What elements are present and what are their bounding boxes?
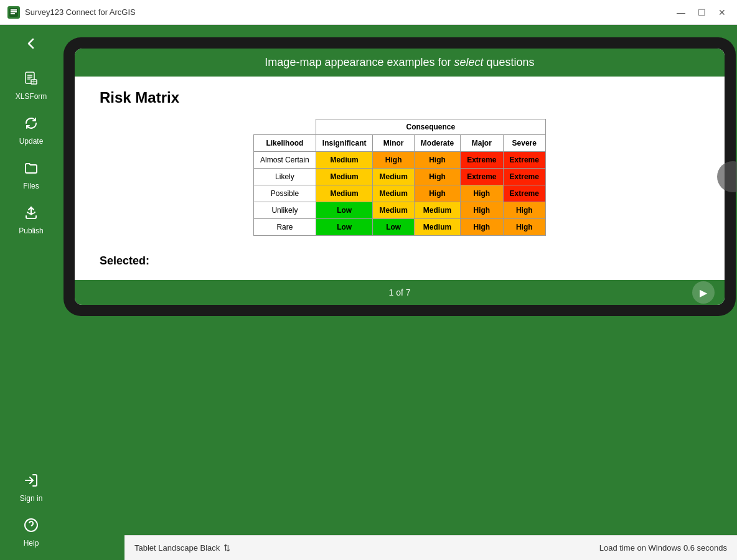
matrix-cell-3-1[interactable]: Medium (373, 202, 414, 219)
sidebar: XLSForm Update Files Publish Sign (0, 25, 62, 560)
matrix-cell-0-2[interactable]: High (414, 152, 460, 169)
next-button[interactable]: ▶ (692, 281, 715, 304)
risk-matrix-table[interactable]: Consequence Likelihood Insignificant Min… (253, 119, 546, 236)
page-title: Risk Matrix (100, 89, 700, 106)
matrix-cell-3-4[interactable]: High (503, 202, 545, 219)
consequence-header: Consequence (316, 119, 545, 135)
col-header-2: Moderate (414, 135, 460, 152)
row-label-0: Almost Certain (254, 152, 316, 169)
matrix-cell-0-1[interactable]: High (373, 152, 414, 169)
matrix-cell-4-4[interactable]: High (503, 219, 545, 236)
matrix-cell-2-2[interactable]: High (414, 185, 460, 202)
tablet-screen: Image-map appearance examples for select… (75, 49, 725, 305)
matrix-cell-1-0[interactable]: Medium (316, 169, 373, 185)
window-controls[interactable]: — ☐ ✕ (673, 6, 730, 19)
device-selector[interactable]: Tablet Landscape Black ⇅ (134, 543, 230, 553)
likelihood-label: Likelihood (254, 135, 316, 152)
matrix-cell-0-4[interactable]: Extreme (503, 152, 545, 169)
minimize-button[interactable]: — (673, 6, 689, 19)
col-header-0: Insignificant (316, 135, 373, 152)
matrix-cell-3-3[interactable]: High (461, 202, 503, 219)
signin-icon (24, 473, 39, 492)
matrix-cell-0-0[interactable]: Medium (316, 152, 373, 169)
help-icon (24, 518, 39, 536)
app-title: Survey123 Connect for ArcGIS (25, 7, 136, 17)
sidebar-item-publish[interactable]: Publish (3, 199, 59, 241)
matrix-cell-4-3[interactable]: High (461, 219, 503, 236)
col-header-4: Severe (503, 135, 545, 152)
matrix-wrapper: Consequence Likelihood Insignificant Min… (100, 119, 700, 236)
matrix-cell-3-2[interactable]: Medium (414, 202, 460, 219)
row-label-1: Likely (254, 169, 316, 185)
matrix-row: LikelyMediumMediumHighExtremeExtreme (254, 169, 546, 185)
row-label-2: Possible (254, 185, 316, 202)
page-indicator: 1 of 7 (388, 287, 410, 297)
next-icon: ▶ (700, 287, 707, 299)
update-icon (24, 116, 39, 134)
row-label-3: Unlikely (254, 202, 316, 219)
sidebar-item-signin[interactable]: Sign in (3, 467, 59, 509)
sidebar-item-help-label: Help (24, 539, 39, 548)
matrix-cell-4-2[interactable]: Medium (414, 219, 460, 236)
matrix-cell-3-0[interactable]: Low (316, 202, 373, 219)
col-header-1: Minor (373, 135, 414, 152)
matrix-cell-1-1[interactable]: Medium (373, 169, 414, 185)
matrix-cell-4-0[interactable]: Low (316, 219, 373, 236)
matrix-cell-2-4[interactable]: Extreme (503, 185, 545, 202)
selected-label: Selected: (100, 254, 700, 268)
sidebar-item-signin-label: Sign in (20, 494, 43, 503)
matrix-cell-1-4[interactable]: Extreme (503, 169, 545, 185)
close-button[interactable]: ✕ (715, 6, 730, 19)
load-time: Load time on Windows 0.6 seconds (599, 543, 727, 553)
maximize-button[interactable]: ☐ (694, 6, 710, 19)
sidebar-item-help[interactable]: Help (3, 511, 59, 554)
tablet-body: Risk Matrix Consequence Likelihood (75, 77, 725, 280)
status-bar: Tablet Landscape Black ⇅ Load time on Wi… (124, 535, 737, 560)
app-icon (7, 6, 20, 19)
sidebar-item-update-label: Update (19, 137, 44, 146)
xlsform-icon (24, 71, 39, 90)
sidebar-item-files[interactable]: Files (3, 154, 59, 197)
matrix-row: PossibleMediumMediumHighHighExtreme (254, 185, 546, 202)
sidebar-item-update[interactable]: Update (3, 110, 59, 152)
titlebar: Survey123 Connect for ArcGIS — ☐ ✕ (0, 0, 737, 25)
app-layout: XLSForm Update Files Publish Sign (0, 25, 737, 560)
svg-rect-3 (11, 13, 15, 14)
svg-rect-1 (11, 9, 17, 11)
sidebar-item-publish-label: Publish (19, 226, 43, 235)
files-icon (24, 161, 39, 179)
row-label-4: Rare (254, 219, 316, 236)
matrix-row: UnlikelyLowMediumMediumHighHigh (254, 202, 546, 219)
matrix-cell-1-2[interactable]: High (414, 169, 460, 185)
matrix-cell-0-3[interactable]: Extreme (461, 152, 503, 169)
matrix-row: Almost CertainMediumHighHighExtremeExtre… (254, 152, 546, 169)
tablet-frame: Image-map appearance examples for select… (63, 37, 736, 316)
tablet-footer: 1 of 7 ▶ (75, 280, 725, 305)
matrix-cell-2-0[interactable]: Medium (316, 185, 373, 202)
svg-rect-2 (11, 11, 17, 12)
publish-icon (24, 205, 39, 224)
tablet-header: Image-map appearance examples for select… (75, 49, 725, 77)
sidebar-item-files-label: Files (23, 182, 39, 190)
matrix-cell-2-1[interactable]: Medium (373, 185, 414, 202)
device-selector-icon: ⇅ (223, 543, 230, 553)
device-name: Tablet Landscape Black (134, 543, 220, 553)
matrix-cell-1-3[interactable]: Extreme (461, 169, 503, 185)
matrix-cell-2-3[interactable]: High (461, 185, 503, 202)
sidebar-item-xlsform-label: XLSForm (16, 92, 47, 101)
sidebar-item-xlsform[interactable]: XLSForm (3, 65, 59, 107)
back-button[interactable] (16, 31, 47, 56)
matrix-cell-4-1[interactable]: Low (373, 219, 414, 236)
titlebar-left: Survey123 Connect for ArcGIS (7, 6, 136, 19)
matrix-row: RareLowLowMediumHighHigh (254, 219, 546, 236)
col-header-3: Major (461, 135, 503, 152)
